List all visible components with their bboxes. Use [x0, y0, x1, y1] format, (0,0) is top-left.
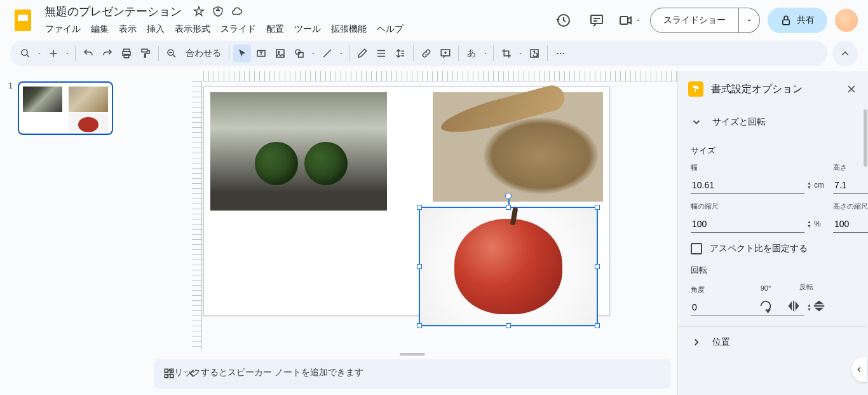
video-call-icon[interactable]: [617, 8, 642, 33]
resize-handle[interactable]: [417, 264, 422, 269]
shape-icon[interactable]: [290, 45, 308, 62]
chevron-down-icon: [691, 116, 702, 128]
input-method-icon[interactable]: あ: [463, 45, 480, 62]
flip-vertical-button[interactable]: [809, 296, 829, 316]
slide-number: 1: [5, 81, 13, 135]
resize-handle[interactable]: [417, 205, 422, 210]
resize-handle[interactable]: [595, 264, 600, 269]
comments-icon[interactable]: [584, 8, 609, 33]
history-icon[interactable]: [551, 8, 576, 33]
menu-slide[interactable]: スライド: [216, 21, 261, 38]
rotation-handle[interactable]: [505, 193, 512, 199]
width-scale-stepper[interactable]: ▲▼: [807, 219, 811, 228]
pen-icon[interactable]: [353, 45, 371, 62]
more-icon[interactable]: [552, 45, 569, 62]
spacing-icon[interactable]: [391, 45, 409, 62]
height-input[interactable]: [833, 176, 868, 194]
ruler-vertical[interactable]: [192, 81, 202, 350]
textbox-icon[interactable]: [252, 45, 270, 62]
new-slide-icon[interactable]: [44, 45, 62, 62]
new-slide-dropdown[interactable]: [64, 51, 71, 56]
resize-handle[interactable]: [506, 323, 511, 328]
section-size-rotation[interactable]: サイズと回転: [678, 107, 865, 137]
resize-handle[interactable]: [595, 323, 600, 328]
notes-resize-handle[interactable]: [400, 353, 425, 356]
collapse-filmstrip-icon[interactable]: [186, 367, 198, 380]
paint-format-icon[interactable]: [137, 45, 154, 62]
menu-file[interactable]: ファイル: [41, 21, 85, 38]
menu-help[interactable]: ヘルプ: [372, 21, 408, 38]
document-title[interactable]: 無題のプレゼンテーション: [41, 3, 186, 20]
slideshow-dropdown[interactable]: [739, 8, 760, 33]
speaker-notes[interactable]: クリックするとスピーカー ノートを追加できます: [154, 359, 671, 389]
section-position[interactable]: 位置: [678, 326, 865, 357]
redo-icon[interactable]: [98, 45, 116, 62]
input-method-dropdown[interactable]: [482, 51, 489, 56]
select-tool-icon[interactable]: [233, 45, 251, 62]
menu-view[interactable]: 表示: [114, 21, 141, 38]
zoom-select[interactable]: 合わせる: [182, 45, 225, 62]
cloud-icon[interactable]: [231, 6, 243, 17]
rotation-label: 回転: [691, 265, 853, 276]
scrollbar[interactable]: [864, 109, 867, 167]
line-dropdown[interactable]: [337, 51, 345, 56]
menu-extensions[interactable]: 拡張機能: [327, 21, 371, 38]
menu-arrange[interactable]: 配置: [262, 21, 288, 38]
reset-image-icon[interactable]: [526, 45, 543, 62]
comment-icon[interactable]: [437, 45, 454, 62]
width-input[interactable]: [691, 176, 804, 194]
ruler-horizontal[interactable]: [203, 71, 677, 81]
slide-canvas[interactable]: [203, 87, 610, 315]
collapse-toolbar-icon[interactable]: [832, 41, 858, 66]
crop-dropdown[interactable]: [517, 51, 524, 56]
close-icon[interactable]: [845, 83, 858, 95]
search-dropdown[interactable]: [36, 51, 43, 56]
rotate-90-button[interactable]: [756, 296, 776, 316]
slide-thumbnail[interactable]: [18, 81, 113, 135]
svg-rect-24: [170, 375, 173, 378]
svg-rect-1: [620, 17, 628, 24]
image-icon[interactable]: [271, 45, 289, 62]
link-icon[interactable]: [417, 45, 435, 62]
slideshow-button[interactable]: スライドショー: [650, 8, 739, 33]
undo-icon[interactable]: [79, 45, 97, 62]
svg-rect-7: [142, 49, 147, 52]
width-stepper[interactable]: ▲▼: [807, 181, 811, 190]
crop-icon[interactable]: [498, 45, 515, 62]
grid-view-icon[interactable]: [163, 367, 175, 380]
print-icon[interactable]: [118, 45, 135, 62]
image-apple-selected[interactable]: [419, 207, 598, 326]
image-sesame[interactable]: [433, 92, 603, 202]
resize-handle[interactable]: [506, 205, 511, 210]
image-marimo[interactable]: [210, 92, 387, 211]
align-icon[interactable]: [372, 45, 390, 62]
zoom-out-icon[interactable]: [163, 45, 180, 62]
svg-point-20: [78, 117, 98, 132]
height-scale-input[interactable]: [833, 215, 868, 233]
svg-rect-13: [299, 53, 304, 58]
star-icon[interactable]: [193, 6, 205, 17]
size-label: サイズ: [691, 145, 853, 156]
lock-aspect-checkbox[interactable]: アスペクト比を固定する: [691, 243, 853, 254]
line-icon[interactable]: [318, 45, 336, 62]
sidebar-title: 書式設定オプション: [711, 83, 837, 96]
menu-tools[interactable]: ツール: [290, 21, 325, 38]
width-scale-label: 幅の縮尺: [691, 202, 828, 211]
resize-handle[interactable]: [595, 205, 600, 210]
resize-handle[interactable]: [417, 323, 422, 328]
flip-horizontal-button[interactable]: [783, 296, 804, 316]
move-icon[interactable]: [212, 6, 224, 17]
svg-rect-10: [276, 50, 284, 57]
avatar[interactable]: [835, 9, 858, 32]
menu-format[interactable]: 表示形式: [170, 21, 215, 38]
toolbar: 合わせる あ: [10, 41, 827, 66]
slides-logo[interactable]: [10, 8, 36, 33]
share-button[interactable]: 共有: [768, 8, 827, 33]
shape-dropdown[interactable]: [309, 51, 317, 56]
menu-edit[interactable]: 編集: [86, 21, 113, 38]
menu-insert[interactable]: 挿入: [142, 21, 169, 38]
canvas-area: クリックするとスピーカー ノートを追加できます: [147, 71, 677, 395]
search-icon[interactable]: [17, 45, 34, 62]
format-options-sidebar: 書式設定オプション サイズと回転 サイズ 幅 ▲▼ cm: [677, 71, 868, 395]
width-scale-input[interactable]: [691, 215, 804, 233]
